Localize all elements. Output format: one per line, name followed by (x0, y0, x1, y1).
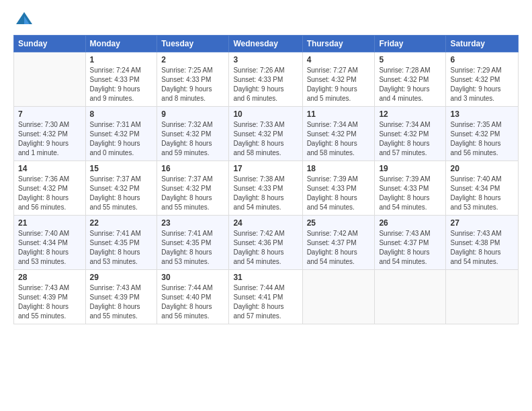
day-info: Sunrise: 7:39 AMSunset: 4:33 PMDaylight:… (307, 175, 371, 212)
day-number: 7 (18, 109, 81, 119)
calendar-cell: 11Sunrise: 7:34 AMSunset: 4:32 PMDayligh… (302, 107, 375, 161)
calendar-header-row: SundayMondayTuesdayWednesdayThursdayFrid… (14, 36, 519, 52)
day-info: Sunrise: 7:43 AMSunset: 4:37 PMDaylight:… (379, 229, 441, 267)
day-info: Sunrise: 7:43 AMSunset: 4:39 PMDaylight:… (90, 283, 153, 321)
calendar-cell (302, 270, 375, 324)
calendar-cell: 26Sunrise: 7:43 AMSunset: 4:37 PMDayligh… (375, 216, 446, 270)
calendar-cell (375, 270, 446, 324)
day-number: 20 (450, 164, 514, 173)
day-info: Sunrise: 7:39 AMSunset: 4:33 PMDaylight:… (379, 175, 441, 212)
day-info: Sunrise: 7:30 AMSunset: 4:32 PMDaylight:… (18, 120, 81, 158)
day-info: Sunrise: 7:24 AMSunset: 4:33 PMDaylight:… (90, 66, 153, 103)
calendar-cell: 25Sunrise: 7:42 AMSunset: 4:37 PMDayligh… (302, 216, 375, 270)
calendar-cell: 20Sunrise: 7:40 AMSunset: 4:34 PMDayligh… (446, 161, 519, 216)
calendar-cell (14, 52, 86, 107)
calendar-cell: 15Sunrise: 7:37 AMSunset: 4:32 PMDayligh… (85, 161, 157, 216)
day-info: Sunrise: 7:31 AMSunset: 4:32 PMDaylight:… (90, 120, 153, 158)
day-number: 29 (90, 273, 153, 282)
calendar-cell: 13Sunrise: 7:35 AMSunset: 4:32 PMDayligh… (446, 107, 519, 161)
calendar-week-row: 28Sunrise: 7:43 AMSunset: 4:39 PMDayligh… (14, 270, 519, 324)
day-info: Sunrise: 7:41 AMSunset: 4:35 PMDaylight:… (90, 229, 153, 267)
calendar-cell: 2Sunrise: 7:25 AMSunset: 4:33 PMDaylight… (157, 52, 229, 107)
day-number: 6 (450, 55, 514, 64)
day-number: 25 (307, 218, 371, 228)
day-info: Sunrise: 7:26 AMSunset: 4:33 PMDaylight:… (233, 66, 298, 103)
calendar-week-row: 7Sunrise: 7:30 AMSunset: 4:32 PMDaylight… (14, 107, 519, 161)
calendar-cell: 7Sunrise: 7:30 AMSunset: 4:32 PMDaylight… (14, 107, 86, 161)
calendar-cell: 16Sunrise: 7:37 AMSunset: 4:32 PMDayligh… (157, 161, 229, 216)
day-number: 2 (161, 55, 224, 64)
calendar-cell: 21Sunrise: 7:40 AMSunset: 4:34 PMDayligh… (14, 216, 86, 270)
calendar-cell: 14Sunrise: 7:36 AMSunset: 4:32 PMDayligh… (14, 161, 86, 216)
weekday-header: Friday (375, 36, 446, 52)
calendar-cell (446, 270, 519, 324)
day-info: Sunrise: 7:37 AMSunset: 4:32 PMDaylight:… (90, 175, 153, 212)
day-number: 9 (161, 109, 224, 119)
day-number: 4 (307, 55, 371, 64)
calendar-cell: 6Sunrise: 7:29 AMSunset: 4:32 PMDaylight… (446, 52, 519, 107)
day-number: 1 (90, 55, 153, 64)
calendar-cell: 19Sunrise: 7:39 AMSunset: 4:33 PMDayligh… (375, 161, 446, 216)
day-number: 3 (233, 55, 298, 64)
calendar-cell: 1Sunrise: 7:24 AMSunset: 4:33 PMDaylight… (85, 52, 157, 107)
day-number: 13 (450, 109, 514, 119)
weekday-header: Tuesday (157, 36, 229, 52)
calendar-cell: 17Sunrise: 7:38 AMSunset: 4:33 PMDayligh… (229, 161, 302, 216)
day-info: Sunrise: 7:29 AMSunset: 4:32 PMDaylight:… (450, 66, 514, 103)
calendar-week-row: 21Sunrise: 7:40 AMSunset: 4:34 PMDayligh… (14, 216, 519, 270)
day-number: 27 (450, 218, 514, 228)
calendar-cell: 18Sunrise: 7:39 AMSunset: 4:33 PMDayligh… (302, 161, 375, 216)
calendar-cell: 4Sunrise: 7:27 AMSunset: 4:32 PMDaylight… (302, 52, 375, 107)
day-info: Sunrise: 7:28 AMSunset: 4:32 PMDaylight:… (379, 66, 441, 103)
day-info: Sunrise: 7:41 AMSunset: 4:35 PMDaylight:… (161, 229, 224, 267)
day-info: Sunrise: 7:34 AMSunset: 4:32 PMDaylight:… (307, 120, 371, 158)
day-number: 23 (161, 218, 224, 228)
calendar-cell: 24Sunrise: 7:42 AMSunset: 4:36 PMDayligh… (229, 216, 302, 270)
day-number: 15 (90, 164, 153, 173)
header (13, 11, 519, 30)
weekday-header: Wednesday (229, 36, 302, 52)
day-number: 12 (379, 109, 441, 119)
day-number: 8 (90, 109, 153, 119)
logo-icon (15, 11, 34, 30)
day-number: 28 (18, 273, 81, 282)
calendar-cell: 22Sunrise: 7:41 AMSunset: 4:35 PMDayligh… (85, 216, 157, 270)
day-number: 24 (233, 218, 298, 228)
weekday-header: Monday (85, 36, 157, 52)
day-number: 17 (233, 164, 298, 173)
day-info: Sunrise: 7:40 AMSunset: 4:34 PMDaylight:… (18, 229, 81, 267)
calendar-cell: 30Sunrise: 7:44 AMSunset: 4:40 PMDayligh… (157, 270, 229, 324)
logo (13, 11, 34, 30)
day-info: Sunrise: 7:25 AMSunset: 4:33 PMDaylight:… (161, 66, 224, 103)
day-number: 10 (233, 109, 298, 119)
day-info: Sunrise: 7:38 AMSunset: 4:33 PMDaylight:… (233, 175, 298, 212)
calendar-cell: 29Sunrise: 7:43 AMSunset: 4:39 PMDayligh… (85, 270, 157, 324)
day-number: 16 (161, 164, 224, 173)
weekday-header: Saturday (446, 36, 519, 52)
day-number: 19 (379, 164, 441, 173)
calendar-cell: 31Sunrise: 7:44 AMSunset: 4:41 PMDayligh… (229, 270, 302, 324)
weekday-header: Thursday (302, 36, 375, 52)
day-info: Sunrise: 7:34 AMSunset: 4:32 PMDaylight:… (379, 120, 441, 158)
calendar-cell: 27Sunrise: 7:43 AMSunset: 4:38 PMDayligh… (446, 216, 519, 270)
day-info: Sunrise: 7:43 AMSunset: 4:38 PMDaylight:… (450, 229, 514, 267)
day-info: Sunrise: 7:42 AMSunset: 4:36 PMDaylight:… (233, 229, 298, 267)
day-number: 14 (18, 164, 81, 173)
calendar-cell: 9Sunrise: 7:32 AMSunset: 4:32 PMDaylight… (157, 107, 229, 161)
calendar-week-row: 1Sunrise: 7:24 AMSunset: 4:33 PMDaylight… (14, 52, 519, 107)
day-number: 5 (379, 55, 441, 64)
day-info: Sunrise: 7:44 AMSunset: 4:41 PMDaylight:… (233, 283, 298, 321)
day-info: Sunrise: 7:42 AMSunset: 4:37 PMDaylight:… (307, 229, 371, 267)
day-info: Sunrise: 7:40 AMSunset: 4:34 PMDaylight:… (450, 175, 514, 212)
day-info: Sunrise: 7:43 AMSunset: 4:39 PMDaylight:… (18, 283, 81, 321)
weekday-header: Sunday (14, 36, 86, 52)
day-number: 18 (307, 164, 371, 173)
day-number: 31 (233, 273, 298, 282)
day-info: Sunrise: 7:35 AMSunset: 4:32 PMDaylight:… (450, 120, 514, 158)
calendar-cell: 8Sunrise: 7:31 AMSunset: 4:32 PMDaylight… (85, 107, 157, 161)
page: SundayMondayTuesdayWednesdayThursdayFrid… (0, 0, 532, 411)
day-number: 11 (307, 109, 371, 119)
calendar-table: SundayMondayTuesdayWednesdayThursdayFrid… (13, 35, 519, 324)
day-info: Sunrise: 7:37 AMSunset: 4:32 PMDaylight:… (161, 175, 224, 212)
calendar-cell: 3Sunrise: 7:26 AMSunset: 4:33 PMDaylight… (229, 52, 302, 107)
